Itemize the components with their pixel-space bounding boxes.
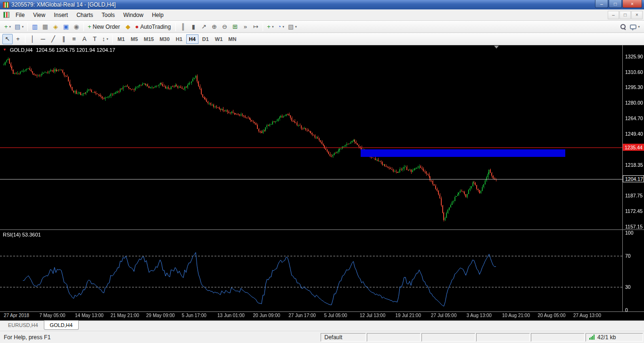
standard-toolbar: +▾▤▾▥▦◈▣◉+New Order◆●AutoTrading║▮↗⊕⊖⊞»↦…: [0, 21, 644, 33]
price-axis-tick: 1157.15: [625, 224, 643, 229]
window-controls: – □ ×: [595, 0, 642, 8]
menu-item-view[interactable]: View: [29, 10, 50, 20]
new-chart-dropdown-arrow[interactable]: ▾: [9, 25, 11, 29]
line-studies-toolbar: ↖+│─╱∥≡AT↕▾M1M5M15M30H1H4D1W1MN: [0, 33, 644, 45]
price-axis-tick: 1172.45: [625, 208, 643, 214]
market-watch-button[interactable]: ▥: [30, 22, 40, 32]
indicators-dropdown-arrow[interactable]: ▾: [272, 25, 274, 29]
rsi-label: RSI(14) 53.3601: [3, 232, 41, 237]
timeframe-m30[interactable]: M30: [157, 34, 172, 44]
chat-button[interactable]: ▾: [628, 22, 642, 32]
time-axis-label: 19 Jul 21:00: [396, 313, 421, 318]
toolbar-separator: [112, 35, 113, 43]
timeframe-m5[interactable]: M5: [128, 34, 140, 44]
timeframe-m15[interactable]: M15: [141, 34, 156, 44]
chart-shift-button[interactable]: ↦: [250, 22, 261, 32]
metaeditor-button[interactable]: ◆: [123, 22, 133, 32]
menu-item-tools[interactable]: Tools: [98, 10, 119, 20]
text-icon: A: [83, 36, 87, 42]
timeframe-mn[interactable]: MN: [226, 34, 239, 44]
chart-tab-eurusd-h4[interactable]: EURUSD,H4: [2, 321, 44, 330]
time-axis-label: 27 Jul 05:00: [431, 313, 457, 318]
close-button[interactable]: ×: [622, 0, 642, 8]
templates-button[interactable]: ▧▾: [286, 22, 299, 32]
zoom-out-button[interactable]: ⊖: [219, 22, 230, 32]
vertical-line-button[interactable]: │: [27, 34, 38, 44]
fibonacci-retracement-button[interactable]: ≡: [69, 34, 79, 44]
timeframe-w1[interactable]: W1: [213, 34, 225, 44]
rsi-axis-tick: 100: [625, 230, 634, 236]
strategy-tester-icon: ◉: [74, 24, 79, 30]
menu-item-insert[interactable]: Insert: [50, 10, 72, 20]
timeframe-d1[interactable]: D1: [199, 34, 212, 44]
price-axis-tick: 1249.40: [625, 131, 643, 137]
chart-window-icon[interactable]: [3, 12, 9, 18]
indicator-window-divider[interactable]: [0, 229, 644, 230]
data-window-button[interactable]: ▦: [40, 22, 50, 32]
strategy-tester-button[interactable]: ◉: [71, 22, 82, 32]
connection-traffic: 42/1 kb: [597, 334, 616, 341]
menu-item-charts[interactable]: Charts: [72, 10, 97, 20]
scroll-to-end-marker[interactable]: [494, 46, 499, 49]
timeframe-h4[interactable]: H4: [186, 34, 198, 44]
periods-icon: ◔: [277, 24, 281, 30]
tile-windows-button[interactable]: ⊞: [230, 22, 240, 32]
chart-symbol-title: GOLD,H4: [10, 47, 33, 53]
rsi-indicator-canvas[interactable]: [0, 230, 622, 312]
auto-scroll-icon: »: [244, 24, 247, 30]
mdi-close-button[interactable]: ×: [631, 11, 643, 19]
line-chart-button[interactable]: ↗: [198, 22, 209, 32]
minimize-button[interactable]: –: [595, 0, 608, 8]
arrows-dropdown-arrow[interactable]: ▾: [107, 37, 108, 41]
periods-button[interactable]: ◔▾: [275, 22, 286, 32]
mdi-minimize-button[interactable]: –: [608, 11, 619, 19]
autotrading-button[interactable]: ●AutoTrading: [133, 22, 174, 32]
templates-icon: ▧: [288, 24, 294, 30]
templates-dropdown-arrow[interactable]: ▾: [295, 25, 297, 29]
menu-item-window[interactable]: Window: [119, 10, 148, 20]
new-order-button[interactable]: +New Order: [86, 22, 123, 32]
text-label-button[interactable]: T: [90, 34, 100, 44]
navigator-button[interactable]: ◈: [50, 22, 61, 32]
window-title: 3205579: XMGlobal-Real 14 - [GOLD,H4]: [11, 1, 116, 8]
arrows-button[interactable]: ↕▾: [100, 34, 110, 44]
profiles-dropdown-arrow[interactable]: ▾: [22, 25, 24, 29]
menu-item-help[interactable]: Help: [148, 10, 168, 20]
equidistant-channel-button[interactable]: ∥: [58, 34, 69, 44]
bar-chart-button[interactable]: ║: [178, 22, 188, 32]
time-axis-label: 13 Jun 01:00: [217, 313, 245, 318]
profiles-button[interactable]: ▤▾: [13, 22, 25, 32]
candlestick-chart-button[interactable]: ▮: [188, 22, 198, 32]
time-axis-label: 7 May 05:00: [40, 313, 66, 318]
timeframe-m1[interactable]: M1: [115, 34, 127, 44]
rsi-axis-tick: 70: [625, 253, 631, 259]
restore-button[interactable]: □: [609, 0, 622, 8]
menu-item-file[interactable]: File: [11, 10, 29, 20]
chat-dropdown-arrow[interactable]: ▾: [638, 25, 640, 29]
terminal-button[interactable]: ▣: [61, 22, 71, 32]
status-panel-empty: [421, 333, 475, 342]
chart-shift-icon: ↦: [253, 24, 258, 30]
timeframe-h1[interactable]: H1: [173, 34, 185, 44]
auto-scroll-button[interactable]: »: [240, 22, 250, 32]
new-chart-button[interactable]: +▾: [2, 22, 13, 32]
toolbar-separator: [83, 23, 84, 31]
search-button[interactable]: [618, 22, 628, 32]
chart-ohlc-header: ▼ GOLD,H4 1204.56 1204.75 1201.94 1204.1…: [3, 47, 115, 53]
price-axis-tick: 1325.90: [625, 54, 643, 59]
trendline-button[interactable]: ╱: [48, 34, 58, 44]
crosshair-button[interactable]: +: [13, 34, 23, 44]
new-chart-icon: +: [4, 24, 8, 30]
mdi-restore-button[interactable]: □: [619, 11, 631, 19]
new-order-label: New Order: [93, 24, 121, 30]
cursor-button[interactable]: ↖: [2, 34, 13, 44]
horizontal-line-button[interactable]: ─: [38, 34, 48, 44]
zoom-in-button[interactable]: ⊕: [209, 22, 219, 32]
time-axis-label: 27 Apr 2018: [4, 313, 29, 318]
chart-tab-gold-h4[interactable]: GOLD,H4: [44, 320, 79, 330]
price-chart-canvas[interactable]: [0, 45, 622, 229]
text-button[interactable]: A: [79, 34, 90, 44]
chart-area: ▼ GOLD,H4 1204.56 1204.75 1201.94 1204.1…: [0, 45, 644, 320]
indicators-button[interactable]: +▾: [265, 22, 275, 32]
periods-dropdown-arrow[interactable]: ▾: [282, 25, 284, 29]
